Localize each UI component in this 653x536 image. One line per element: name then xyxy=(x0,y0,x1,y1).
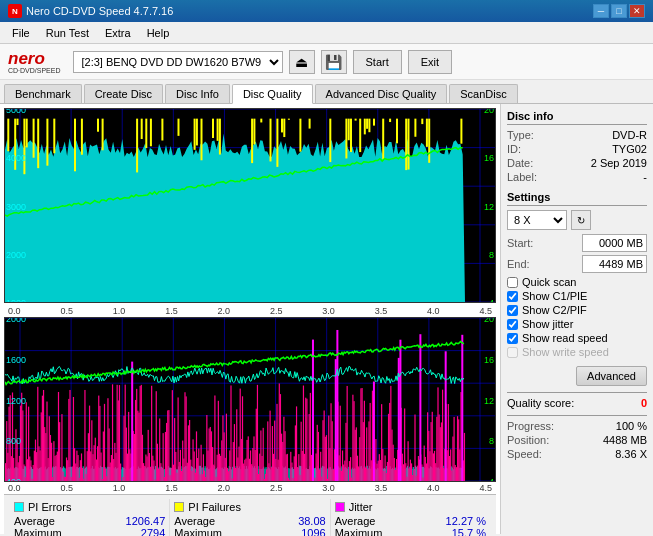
title-bar-text: Nero CD-DVD Speed 4.7.7.16 xyxy=(26,5,173,17)
show-c1-checkbox[interactable] xyxy=(507,291,518,302)
show-c1-row: Show C1/PIE xyxy=(507,290,647,302)
eject-button[interactable]: ⏏ xyxy=(289,50,315,74)
pi-errors-avg-value: 1206.47 xyxy=(126,515,166,527)
end-label: End: xyxy=(507,258,530,270)
jitter-stats: Jitter Average 12.27 % Maximum 15.7 % PO… xyxy=(331,499,490,536)
show-read-speed-row: Show read speed xyxy=(507,332,647,344)
close-button[interactable]: ✕ xyxy=(629,4,645,18)
stats-row: PI Errors Average 1206.47 Maximum 2794 T… xyxy=(10,499,490,536)
device-combo[interactable]: [2:3] BENQ DVD DD DW1620 B7W9 xyxy=(73,51,283,73)
show-read-speed-checkbox[interactable] xyxy=(507,333,518,344)
pi-errors-max: Maximum 2794 xyxy=(14,527,165,536)
show-c2-row: Show C2/PIF xyxy=(507,304,647,316)
pi-failures-avg: Average 38.08 xyxy=(174,515,325,527)
tab-disc-info[interactable]: Disc Info xyxy=(165,84,230,103)
speed-selector[interactable]: 8 X 1 X 2 X 4 X xyxy=(507,210,567,230)
stats-footer: PI Errors Average 1206.47 Maximum 2794 T… xyxy=(4,494,496,536)
show-write-speed-row: Show write speed xyxy=(507,346,647,358)
pi-failures-max-label: Maximum xyxy=(174,527,222,536)
menu-runtest[interactable]: Run Test xyxy=(38,25,97,41)
pi-failures-stats: PI Failures Average 38.08 Maximum 1096 T… xyxy=(170,499,330,536)
disc-label-row: Label: - xyxy=(507,171,647,183)
tab-disc-quality[interactable]: Disc Quality xyxy=(232,84,313,104)
disc-id-value: TYG02 xyxy=(612,143,647,155)
speed-value: 8.36 X xyxy=(615,448,647,460)
pi-errors-avg-label: Average xyxy=(14,515,55,527)
disc-date-label: Date: xyxy=(507,157,533,169)
quick-scan-checkbox[interactable] xyxy=(507,277,518,288)
show-write-speed-checkbox xyxy=(507,347,518,358)
exit-button[interactable]: Exit xyxy=(408,50,452,74)
tab-scandisc[interactable]: ScanDisc xyxy=(449,84,517,103)
pi-errors-header: PI Errors xyxy=(14,501,165,513)
show-jitter-row: Show jitter xyxy=(507,318,647,330)
save-button[interactable]: 💾 xyxy=(321,50,347,74)
bottom-chart-wrapper: 0.0 0.5 1.0 1.5 2.0 2.5 3.0 3.5 4.0 4.5 xyxy=(4,317,496,494)
disc-id-label: ID: xyxy=(507,143,521,155)
quality-score-row: Quality score: 0 xyxy=(507,392,647,409)
start-input[interactable] xyxy=(582,234,647,252)
start-label: Start: xyxy=(507,237,533,249)
jitter-color xyxy=(335,502,345,512)
disc-type-value: DVD-R xyxy=(612,129,647,141)
progress-section: Progress: 100 % Position: 4488 MB Speed:… xyxy=(507,415,647,460)
jitter-max-label: Maximum xyxy=(335,527,383,536)
pi-errors-max-label: Maximum xyxy=(14,527,62,536)
menu-help[interactable]: Help xyxy=(139,25,178,41)
pi-failures-avg-value: 38.08 xyxy=(298,515,326,527)
title-bar-controls: ─ □ ✕ xyxy=(593,4,645,18)
disc-info-section: Disc info Type: DVD-R ID: TYG02 Date: 2 … xyxy=(507,110,647,183)
settings-section: Settings 8 X 1 X 2 X 4 X ↻ Start: End: xyxy=(507,191,647,386)
jitter-header: Jitter xyxy=(335,501,486,513)
pi-errors-avg: Average 1206.47 xyxy=(14,515,165,527)
nero-logo: nero CD·DVD/SPEED xyxy=(8,50,61,74)
refresh-button[interactable]: ↻ xyxy=(571,210,591,230)
pi-errors-color xyxy=(14,502,24,512)
speed-label: Speed: xyxy=(507,448,542,460)
jitter-max-value: 15.7 % xyxy=(452,527,486,536)
jitter-max: Maximum 15.7 % xyxy=(335,527,486,536)
jitter-avg-value: 12.27 % xyxy=(446,515,486,527)
title-bar: N Nero CD-DVD Speed 4.7.7.16 ─ □ ✕ xyxy=(0,0,653,22)
pi-failures-max-value: 1096 xyxy=(301,527,325,536)
main-content: 0.0 0.5 1.0 1.5 2.0 2.5 3.0 3.5 4.0 4.5 … xyxy=(0,104,653,534)
menu-file[interactable]: File xyxy=(4,25,38,41)
quality-score-label: Quality score: xyxy=(507,397,574,409)
jitter-avg: Average 12.27 % xyxy=(335,515,486,527)
jitter-label: Jitter xyxy=(349,501,373,513)
tab-create-disc[interactable]: Create Disc xyxy=(84,84,163,103)
bottom-chart xyxy=(4,317,496,482)
disc-type-label: Type: xyxy=(507,129,534,141)
app-icon: N xyxy=(8,4,22,18)
show-c2-checkbox[interactable] xyxy=(507,305,518,316)
position-row: Position: 4488 MB xyxy=(507,434,647,446)
show-jitter-label: Show jitter xyxy=(522,318,573,330)
advanced-btn-container: Advanced xyxy=(507,362,647,386)
tab-advanced-disc-quality[interactable]: Advanced Disc Quality xyxy=(315,84,448,103)
pi-errors-stats: PI Errors Average 1206.47 Maximum 2794 T… xyxy=(10,499,170,536)
disc-label-value: - xyxy=(643,171,647,183)
show-jitter-checkbox[interactable] xyxy=(507,319,518,330)
disc-date-value: 2 Sep 2019 xyxy=(591,157,647,169)
pi-failures-label: PI Failures xyxy=(188,501,241,513)
toolbar: nero CD·DVD/SPEED [2:3] BENQ DVD DD DW16… xyxy=(0,44,653,80)
device-selector[interactable]: [2:3] BENQ DVD DD DW1620 B7W9 xyxy=(73,51,283,73)
minimize-button[interactable]: ─ xyxy=(593,4,609,18)
disc-date-row: Date: 2 Sep 2019 xyxy=(507,157,647,169)
disc-id-row: ID: TYG02 xyxy=(507,143,647,155)
disc-info-title: Disc info xyxy=(507,110,647,125)
start-button[interactable]: Start xyxy=(353,50,402,74)
progress-row: Progress: 100 % xyxy=(507,420,647,432)
maximize-button[interactable]: □ xyxy=(611,4,627,18)
show-write-speed-label: Show write speed xyxy=(522,346,609,358)
menu-extra[interactable]: Extra xyxy=(97,25,139,41)
pi-failures-color xyxy=(174,502,184,512)
end-input[interactable] xyxy=(582,255,647,273)
quick-scan-row: Quick scan xyxy=(507,276,647,288)
advanced-button[interactable]: Advanced xyxy=(576,366,647,386)
start-row: Start: xyxy=(507,234,647,252)
speed-row: Speed: 8.36 X xyxy=(507,448,647,460)
right-panel: Disc info Type: DVD-R ID: TYG02 Date: 2 … xyxy=(501,104,653,534)
tab-benchmark[interactable]: Benchmark xyxy=(4,84,82,103)
pi-errors-label: PI Errors xyxy=(28,501,71,513)
